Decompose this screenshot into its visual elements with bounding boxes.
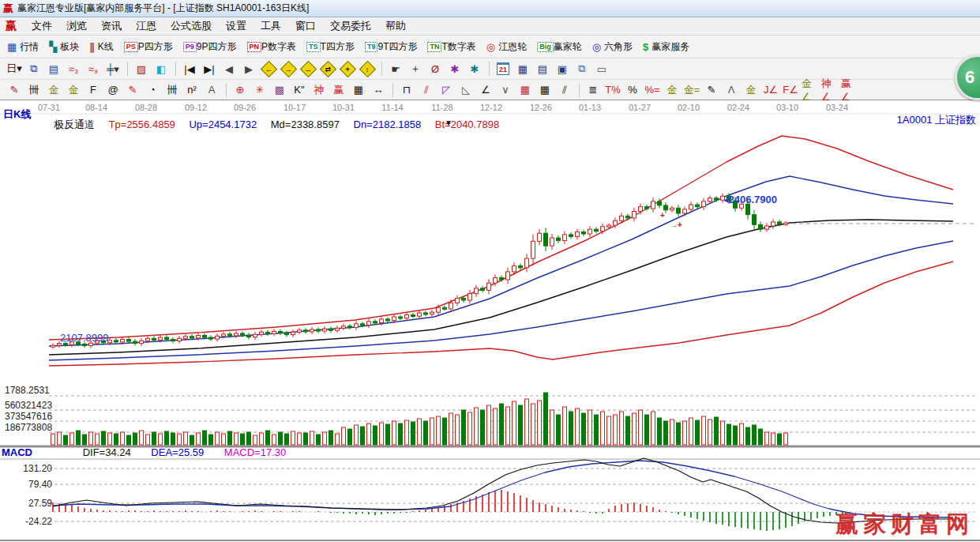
tool-fan-box-icon[interactable]: ◺ — [456, 81, 475, 99]
tool-percent-icon[interactable]: % — [623, 81, 642, 99]
tool-j-angle-icon[interactable]: J∠ — [761, 81, 780, 99]
tool-nav-prev-icon[interactable]: ◀ — [220, 60, 238, 77]
toolbar-button-winner-service[interactable]: $赢家服务 — [640, 39, 692, 55]
tool-pin-off-icon[interactable]: Ø — [426, 60, 445, 77]
menu-item-文件[interactable]: 文件 — [24, 17, 59, 35]
tool-red-grid-icon[interactable]: ▦ — [516, 81, 535, 99]
tool-calendar-21-icon[interactable]: 21 — [494, 60, 513, 77]
toolbar-button-t-table[interactable]: TNT数字表 — [425, 39, 478, 55]
menu-item-设置[interactable]: 设置 — [219, 17, 253, 35]
tool-notes-icon[interactable]: ▤ — [533, 60, 552, 77]
tool-percent-line-icon[interactable]: %= — [643, 81, 662, 99]
toolbar-button-sectors[interactable]: ▚板块 — [47, 39, 81, 55]
tool-f-grid-icon[interactable]: F — [84, 81, 103, 99]
tool-zoom-window-icon[interactable]: ⧉ — [24, 60, 43, 77]
tool-num-grid-icon[interactable]: ▦ — [349, 81, 368, 99]
tool-gann-shrink-icon[interactable]: ⇄ — [318, 60, 337, 77]
tool-wave-9-icon[interactable]: ≈₉ — [84, 60, 103, 77]
tool-period-day-icon[interactable]: 日▾ — [5, 60, 24, 77]
menu-item-窗口[interactable]: 窗口 — [288, 17, 323, 35]
tool-gann-center-icon[interactable]: + — [338, 60, 357, 77]
tool-save-icon[interactable]: ▣ — [553, 60, 572, 77]
tool-nav-next-icon[interactable]: ▶ — [239, 60, 258, 77]
toolbar-button-winner-wheel[interactable]: Big赢家轮 — [535, 39, 584, 55]
tool-gann-flower-icon[interactable]: ✱ — [445, 60, 464, 77]
tool-t-percent-icon[interactable]: T% — [603, 81, 622, 99]
tool-crosshair-icon[interactable]: ＋ — [406, 60, 425, 77]
tool-gold-lines-icon[interactable]: 金= — [682, 81, 701, 99]
tool-candle-style-icon[interactable]: ╪▾ — [103, 60, 122, 77]
tool-web-square-icon[interactable]: ▩ — [270, 81, 289, 99]
menu-item-资讯[interactable]: 资讯 — [94, 17, 129, 35]
menu-item-工具[interactable]: 工具 — [253, 17, 288, 35]
tool-wave-3-icon[interactable]: ≈₃ — [64, 60, 83, 77]
tool-scale-ruler-icon[interactable]: ≣ — [584, 81, 603, 99]
tool-span-arrow-icon[interactable]: ↔ — [369, 81, 388, 99]
toolbar-button-hexagon[interactable]: ◎六角形 — [590, 39, 635, 55]
tool-win-angle-icon[interactable]: 赢∠ — [840, 81, 859, 99]
tool-pattern-select-icon[interactable]: ▨ — [132, 60, 151, 77]
menu-item-公式选股[interactable]: 公式选股 — [163, 17, 219, 35]
tool-k-mark-icon[interactable]: K″ — [290, 81, 309, 99]
tool-target-circle-icon[interactable]: ⊕ — [231, 81, 250, 99]
title-bar: 赢 赢家江恩专业版[赢家内部服务平台] - [上证指数 SH1A0001-163… — [0, 0, 980, 17]
tool-brain-tool-icon[interactable]: ✱ — [465, 60, 484, 77]
tool-v-wave-icon[interactable]: ∨ — [496, 81, 515, 99]
toolbar-button-gann-wheel[interactable]: ◎江恩轮 — [484, 39, 529, 55]
tool-frame-tool-icon[interactable]: ⊓ — [397, 81, 416, 99]
tool-red-fan-icon[interactable]: ⫽ — [417, 81, 436, 99]
tool-hand-tool-icon[interactable]: ☛ — [386, 60, 405, 77]
tool-ruler-grid-icon[interactable]: 卌 — [163, 81, 182, 99]
tool-shen-grid-icon[interactable]: 神 — [310, 81, 329, 99]
tool-trend-color-icon[interactable]: ◧ — [152, 60, 171, 77]
tool-calculator-icon[interactable]: ▦ — [513, 60, 532, 77]
toolbar-button-9p-square[interactable]: P99P四方形 — [181, 39, 239, 55]
tool-gann-right-icon[interactable]: → — [279, 60, 298, 77]
tool-parallel-icon[interactable]: ⫽ — [555, 81, 574, 99]
toolbar-button-p-table[interactable]: PNP数字表 — [245, 39, 299, 55]
tool-brush-icon[interactable]: ✎ — [123, 81, 142, 99]
tool-gann-vert-icon[interactable]: ↕ — [358, 60, 377, 77]
tool-export-icon[interactable]: ⧉ — [573, 60, 591, 77]
tool-nav-last-icon[interactable]: ▶| — [200, 60, 219, 77]
tool-pencil-icon[interactable]: ✎ — [5, 81, 24, 99]
tool-gold-circle-icon[interactable]: 金 — [663, 81, 681, 99]
menu-item-交易委托[interactable]: 交易委托 — [323, 17, 378, 35]
toolbar-button-p-square[interactable]: PSP四方形 — [122, 39, 175, 55]
menu-item-江恩[interactable]: 江恩 — [129, 17, 163, 35]
tool-win-grid-icon[interactable]: 赢 — [329, 81, 348, 99]
tool-a-wave-icon[interactable]: Λ — [722, 81, 741, 99]
date-tick-10-17: 10-17 — [283, 103, 306, 112]
tool-star-web-icon[interactable]: ✳ — [250, 81, 269, 99]
tool-a-channel-icon[interactable]: A — [202, 81, 221, 99]
tool-spiral-icon[interactable]: @ — [103, 81, 122, 99]
tool-gold-grid-icon[interactable]: 金 — [44, 81, 63, 99]
tool-nav-first-icon[interactable]: |◀ — [180, 60, 199, 77]
tool-gold-grid-2-icon[interactable]: 金 — [64, 81, 83, 99]
tool-gold-angle-icon[interactable]: 金 — [742, 81, 760, 99]
tool-n-square-icon[interactable]: n² — [182, 81, 201, 99]
tool-shen-angle-icon[interactable]: 神∠ — [820, 81, 839, 99]
toolbar-button-9t-square[interactable]: T99T四方形 — [362, 39, 420, 55]
tool-angle-lines-icon[interactable]: ∠ — [476, 81, 495, 99]
tool-angle-box-icon[interactable]: ◸ — [437, 81, 456, 99]
tool-grid-tool-icon[interactable]: 卌 — [24, 81, 43, 99]
tool-gann-expand-icon[interactable]: ↔ — [299, 60, 317, 77]
kline-chart-canvas[interactable] — [0, 100, 980, 542]
tool-gann-left-icon[interactable]: ← — [259, 60, 278, 77]
tool-black-grid-icon[interactable]: ▦ — [535, 81, 554, 99]
tool-gold-angle-2-icon[interactable]: 金∠ — [801, 81, 820, 99]
toolbar-button-quotes[interactable]: ▦行情 — [5, 39, 41, 55]
tool-info-panel-icon[interactable]: ▤ — [44, 60, 63, 77]
chart-area[interactable]: 07-3108-1408-2809-1209-2610-1710-3111-14… — [0, 100, 980, 542]
tool-f-angle-icon[interactable]: F∠ — [781, 81, 800, 99]
toolbar-button-t-square[interactable]: TST四方形 — [304, 39, 357, 55]
tool-time-circle-icon[interactable]: ◔ — [143, 81, 162, 99]
menu-item-帮助[interactable]: 帮助 — [378, 17, 413, 35]
tool-print-icon[interactable]: ▭ — [592, 60, 611, 77]
menu-item-浏览[interactable]: 浏览 — [59, 17, 94, 35]
price-annotation: ◂2406.7900 — [723, 194, 777, 205]
toolbar-button-kline[interactable]: ∥K线 — [87, 39, 116, 55]
toolbar-separator — [175, 62, 176, 76]
tool-pen-flag-icon[interactable]: ✎ — [702, 81, 721, 99]
